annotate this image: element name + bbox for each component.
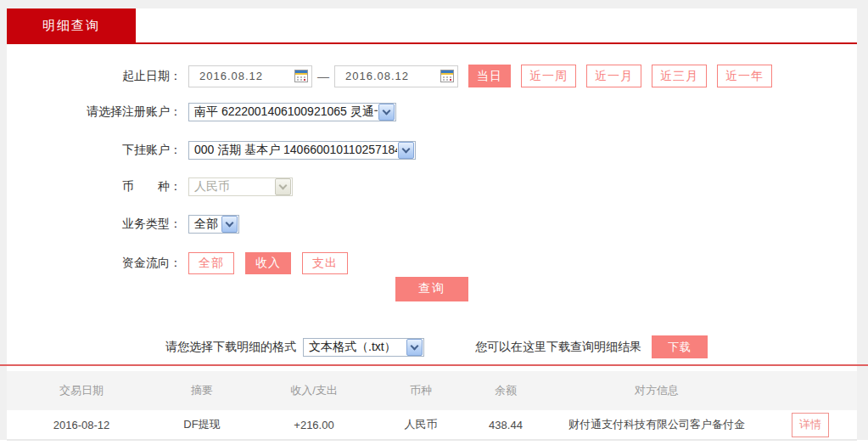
quick-range-week-button[interactable]: 近一周 bbox=[521, 65, 576, 87]
business-type-label: 业务类型： bbox=[7, 217, 182, 232]
cell-counterparty: 财付通支付科技有限公司客户备付金 bbox=[550, 417, 764, 432]
cell-summary: DF提现 bbox=[156, 417, 248, 432]
date-range-label: 起止日期： bbox=[7, 69, 182, 84]
business-type-value: 全部 bbox=[189, 217, 221, 232]
cell-action: 详情 bbox=[764, 413, 857, 437]
calendar-icon[interactable] bbox=[440, 70, 454, 82]
register-account-select[interactable]: 南平 6222001406100921065 灵通卡 bbox=[188, 103, 396, 121]
currency-row: 币 种： 人民币 bbox=[7, 177, 857, 196]
frame-top bbox=[0, 0, 868, 8]
currency-select: 人民币 bbox=[188, 177, 293, 196]
date-range-row: 起止日期： 2016.08.12 — 2016.08.12 当日 近一周 bbox=[7, 65, 857, 87]
cell-balance: 438.44 bbox=[462, 419, 550, 431]
currency-value: 人民币 bbox=[189, 179, 274, 194]
cell-amount: +216.00 bbox=[248, 419, 380, 431]
table-header-row: 交易日期 摘要 收入/支出 币种 余额 对方信息 bbox=[7, 371, 857, 410]
quick-range-month-button[interactable]: 近一月 bbox=[586, 65, 641, 87]
frame-left bbox=[0, 0, 7, 440]
header-currency: 币种 bbox=[380, 383, 462, 398]
calendar-icon[interactable] bbox=[294, 70, 308, 82]
quick-range-year-button[interactable]: 近一年 bbox=[717, 65, 772, 87]
date-from-value: 2016.08.12 bbox=[199, 70, 294, 82]
date-from-input[interactable]: 2016.08.12 bbox=[188, 65, 312, 87]
main-panel: 明细查询 起止日期： 2016.08.12 — 2016.08.12 bbox=[7, 8, 857, 440]
download-format-label: 请您选择下载明细的格式 bbox=[165, 340, 296, 355]
quick-range-3months-button[interactable]: 近三月 bbox=[652, 65, 707, 87]
register-account-label: 请选择注册账户： bbox=[7, 104, 182, 120]
tab-label: 明细查询 bbox=[42, 18, 100, 34]
table-row: 2016-08-12 DF提现 +216.00 人民币 438.44 财付通支付… bbox=[7, 410, 857, 441]
sub-account-label: 下挂账户： bbox=[7, 143, 182, 158]
business-type-row: 业务类型： 全部 bbox=[7, 215, 857, 234]
date-to-input[interactable]: 2016.08.12 bbox=[334, 65, 458, 87]
header-trade-date: 交易日期 bbox=[7, 383, 156, 398]
chevron-down-icon bbox=[406, 339, 423, 356]
chevron-down-icon bbox=[398, 142, 414, 159]
cell-trade-date: 2016-08-12 bbox=[7, 419, 156, 431]
chevron-down-icon bbox=[221, 216, 238, 233]
currency-label: 币 种： bbox=[7, 179, 182, 194]
chevron-down-icon bbox=[275, 178, 291, 195]
frame-right bbox=[857, 0, 868, 440]
download-hint: 您可以在这里下载查询明细结果 bbox=[475, 340, 641, 355]
download-format-select[interactable]: 文本格式（.txt） bbox=[303, 338, 424, 357]
header-income-expense: 收入/支出 bbox=[248, 383, 380, 398]
tab-detail-query[interactable]: 明细查询 bbox=[7, 8, 136, 42]
business-type-select[interactable]: 全部 bbox=[188, 215, 239, 234]
date-range-dash: — bbox=[317, 70, 329, 83]
header-summary: 摘要 bbox=[156, 383, 248, 398]
download-format-value: 文本格式（.txt） bbox=[304, 340, 406, 355]
date-to-value: 2016.08.12 bbox=[345, 70, 440, 82]
register-account-row: 请选择注册账户： 南平 6222001406100921065 灵通卡 bbox=[7, 103, 857, 121]
cell-currency: 人民币 bbox=[380, 417, 462, 432]
fund-flow-label: 资金流向： bbox=[7, 256, 182, 271]
fund-flow-income-button[interactable]: 收入 bbox=[245, 252, 291, 274]
header-counterparty: 对方信息 bbox=[550, 383, 764, 398]
header-balance: 余额 bbox=[462, 383, 550, 398]
fund-flow-expense-button[interactable]: 支出 bbox=[302, 252, 348, 274]
download-button[interactable]: 下载 bbox=[652, 335, 708, 358]
chevron-down-icon bbox=[378, 104, 395, 121]
tab-underline bbox=[7, 42, 857, 44]
register-account-value: 南平 6222001406100921065 灵通卡 bbox=[189, 104, 378, 120]
fund-flow-all-button[interactable]: 全部 bbox=[188, 252, 234, 274]
table-top-separator bbox=[0, 364, 868, 366]
sub-account-row: 下挂账户： 000 活期 基本户 1406600101102571848 bbox=[7, 141, 857, 160]
sub-account-value: 000 活期 基本户 1406600101102571848 bbox=[189, 143, 397, 158]
sub-account-select[interactable]: 000 活期 基本户 1406600101102571848 bbox=[188, 141, 416, 160]
download-row: 请您选择下载明细的格式 文本格式（.txt） 您可以在这里下载查询明细结果 下载 bbox=[165, 335, 708, 358]
detail-button[interactable]: 详情 bbox=[792, 413, 829, 437]
fund-flow-row: 资金流向： 全部 收入 支出 bbox=[7, 252, 857, 274]
query-button[interactable]: 查询 bbox=[395, 277, 468, 301]
quick-range-today-button[interactable]: 当日 bbox=[468, 65, 511, 87]
